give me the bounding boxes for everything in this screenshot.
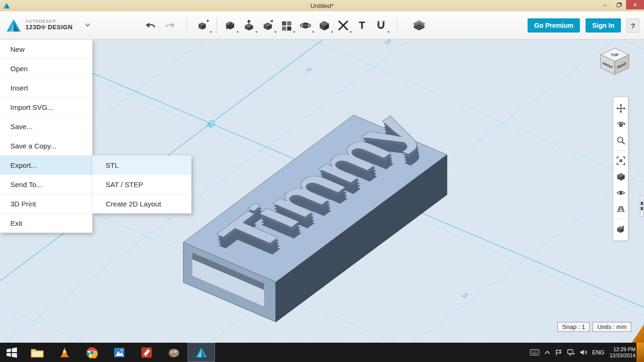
taskbar-chrome[interactable] [78, 343, 106, 362]
submenu-item-stl[interactable]: STL [92, 156, 191, 175]
brand-123d-design: 123D® DESIGN [25, 24, 73, 31]
undo-icon [145, 21, 157, 30]
measure-button[interactable]: ▾ [334, 15, 353, 36]
taskbar-photo-viewer[interactable] [106, 343, 133, 362]
file-explorer-icon [31, 347, 44, 358]
toolbar-separator [216, 17, 217, 33]
palette-separator [616, 150, 626, 151]
measure-icon [337, 19, 349, 32]
menu-item-send-to[interactable]: Send To... [0, 175, 92, 194]
start-button[interactable] [0, 343, 24, 362]
submenu-item-sat-step[interactable]: SAT / STEP [92, 175, 191, 194]
modify-icon [262, 19, 274, 32]
taskbar-gimp[interactable] [160, 343, 188, 362]
materials-button[interactable] [410, 15, 429, 36]
combine-icon [318, 19, 330, 32]
show-desktop-wallpaper-strip[interactable] [636, 343, 644, 362]
menu-item-insert[interactable]: Insert [0, 78, 92, 98]
menu-item-import-svg[interactable]: Import SVG... [0, 98, 92, 117]
snap-setting[interactable]: Snap : 1 [557, 322, 589, 332]
main-toolbar: AUTODESK® 123D® DESIGN ˅ [0, 11, 644, 40]
material-button[interactable] [615, 223, 627, 235]
taskbar-vlc[interactable] [51, 343, 78, 362]
menu-item-new[interactable]: New [0, 40, 92, 59]
speaker-icon [580, 349, 587, 355]
primitives-button[interactable]: ▾ [194, 15, 213, 36]
menu-item-3d-print[interactable]: 3D Print [0, 194, 92, 214]
menu-item-exit[interactable]: Exit [0, 214, 92, 233]
zoom-extents-icon [616, 156, 626, 165]
brand: AUTODESK® 123D® DESIGN [6, 18, 73, 33]
materials-icon [413, 19, 426, 32]
submenu-item-create-2d-layout[interactable]: Create 2D Layout [92, 194, 191, 214]
pan-icon [616, 104, 626, 113]
grid-icon [616, 204, 626, 214]
action-center-button[interactable] [555, 349, 562, 356]
sign-in-button[interactable]: Sign In [586, 18, 621, 33]
menu-item-open[interactable]: Open [0, 59, 92, 78]
combine-button[interactable]: ▾ [315, 15, 334, 36]
navigation-palette [613, 97, 628, 241]
view-mode-icon [616, 172, 626, 181]
help-button[interactable]: ? [627, 18, 639, 33]
zoom-extents-button[interactable] [615, 155, 627, 167]
units-setting[interactable]: Units : mm [593, 322, 631, 332]
construct-button[interactable]: ▾ [239, 15, 258, 36]
tray-time: 12:29 PM [610, 346, 636, 353]
grouping-button[interactable]: ▾ [296, 15, 315, 36]
photo-viewer-icon [114, 347, 125, 358]
taskbar-123d-design[interactable] [188, 343, 215, 362]
zoom-icon [616, 136, 626, 145]
menu-item-save-a-copy[interactable]: Save a Copy... [0, 136, 92, 156]
toolbar-separator [187, 17, 187, 33]
go-premium-button[interactable]: Go Premium [528, 18, 580, 33]
pattern-button[interactable]: ▾ [277, 15, 296, 36]
zoom-button[interactable] [615, 134, 627, 147]
minimize-button[interactable]: – [598, 0, 612, 9]
undo-button[interactable] [141, 15, 160, 36]
menu-item-save[interactable]: Save... [0, 117, 92, 136]
sketch-button[interactable]: ▾ [221, 15, 239, 36]
modify-button[interactable]: ▾ [258, 15, 277, 36]
network-button[interactable] [567, 349, 575, 355]
text-tool-button[interactable]: T [353, 15, 372, 36]
primitives-icon [197, 19, 209, 32]
orbit-button[interactable] [615, 118, 627, 131]
pattern-icon [281, 19, 293, 32]
123d-design-window: Untitled* – × AUTODESK® 123D® DESIGN ˅ [0, 0, 644, 362]
close-button[interactable]: × [626, 0, 644, 9]
gimp-icon [168, 347, 180, 358]
3d-viewport[interactable]: 50 -75 -50 50 Timmy Timmy [0, 40, 644, 343]
chevron-up-icon [545, 351, 550, 354]
redo-button[interactable] [160, 15, 179, 36]
material-icon [616, 224, 626, 234]
export-submenu: STL SAT / STEP Create 2D Layout [92, 156, 191, 214]
titlebar[interactable]: Untitled* – × [0, 0, 644, 11]
taskbar: ENG 12:29 PM 12/23/2014 [0, 343, 644, 362]
grid-toggle-button[interactable] [615, 203, 627, 215]
tray-overflow-button[interactable] [545, 351, 550, 354]
magnet-snap-icon [375, 19, 387, 32]
chrome-icon [86, 347, 98, 358]
panel-collapse-tab[interactable] [640, 195, 644, 217]
view-mode-button[interactable] [615, 171, 627, 183]
menu-item-export[interactable]: Export... [0, 156, 92, 175]
clock[interactable]: 12:29 PM 12/23/2014 [610, 346, 636, 359]
viewcube-top-label[interactable]: TOP [611, 53, 619, 57]
system-tray: ENG 12:29 PM 12/23/2014 [530, 343, 636, 362]
touch-keyboard-button[interactable] [530, 349, 539, 355]
taskbar-red-app[interactable] [133, 343, 160, 362]
orbit-icon [616, 120, 626, 129]
redo-icon [164, 21, 176, 30]
volume-button[interactable] [580, 349, 587, 355]
menu-chevron-icon[interactable]: ˅ [85, 22, 91, 29]
123d-taskbar-icon [195, 347, 207, 358]
keyboard-icon [530, 349, 539, 355]
pan-button[interactable] [615, 102, 627, 115]
language-indicator[interactable]: ENG [592, 349, 604, 356]
restore-button[interactable] [612, 0, 626, 9]
taskbar-file-explorer[interactable] [24, 343, 51, 362]
view-cube[interactable]: TOP FRONT RIGHT [598, 45, 632, 79]
snap-button[interactable]: ▾ [372, 15, 390, 36]
visibility-button[interactable] [615, 187, 627, 199]
